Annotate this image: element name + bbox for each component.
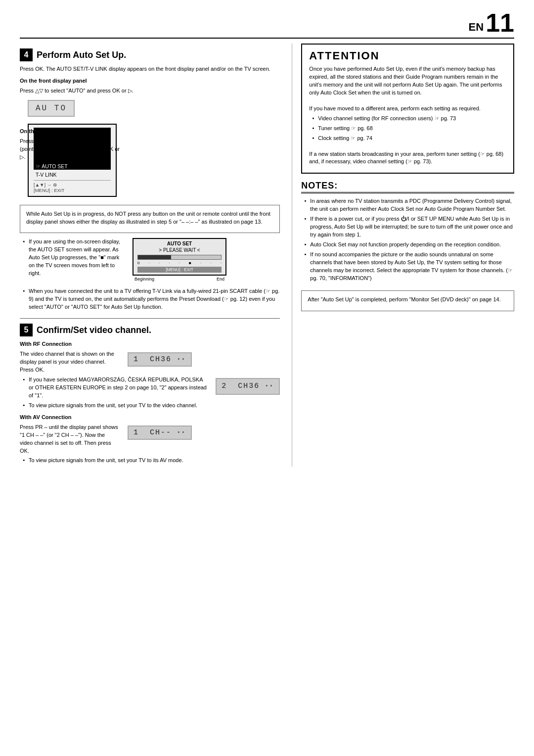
onscreen-controls-text: [▲▼] → ⊛ [34,182,111,188]
rf-section: The video channel that is shown on the d… [20,350,280,376]
menu-exit-label: [MENU] : EXIT [137,267,222,273]
rf-dot2: ⚬⚬ [265,384,274,388]
rf-bullet2: To view picture signals from the unit, s… [23,402,280,410]
after-box: After "Auto Set Up" is completed, perfor… [301,290,514,311]
note1: In areas where no TV station transmits a… [304,197,514,213]
tv-link-note: When you have connected the unit to a TV… [23,287,280,311]
onscreen-instruction: Press △▽ to move the highlight bar (poin… [20,138,124,161]
attention-text3: If a new station starts broadcasting in … [309,150,506,166]
step4-header: 4 Perform Auto Set Up. [20,48,280,61]
main-content: 4 Perform Auto Set Up. Press OK. The AUT… [20,44,514,467]
av-bullets: To view picture signals from the unit, s… [20,457,280,465]
notes-title: NOTES: [301,181,514,193]
notes-list: In areas where no TV station transmits a… [301,197,514,282]
progress-section: If you are using the on-screen display, … [20,238,280,282]
rf-bullets: 2 CH36 ⚬⚬ If you have selected MAGYARORS… [20,376,280,410]
progress-display-wrap: AUTO SET > PLEASE WAIT < 0····■··· [MENU… [133,238,226,282]
rf-display2-wrap: 2 CH36 ⚬⚬ [212,376,280,397]
progress-text: If you are using the on-screen display, … [20,238,124,280]
progress-auto-set-label: AUTO SET [137,241,222,246]
section-divider [20,318,280,319]
av-bullet: To view picture signals from the unit, s… [23,457,280,465]
progress-display-box: AUTO SET > PLEASE WAIT < 0····■··· [MENU… [133,238,226,276]
attention-title: ATTENTION [309,49,506,62]
attention-box: ATTENTION Once you have performed Auto S… [301,44,514,174]
note4: If no sound accompanies the picture or t… [304,251,514,283]
onscreen-heading: On the on-screen display [20,128,124,136]
right-column: ATTENTION Once you have performed Auto S… [292,44,514,467]
front-panel-instruction: Press △▽ to select "AUTO" and press OK o… [20,87,280,95]
step5-header: 5 Confirm/Set video channel. [20,324,280,336]
av-display-wrap: 1 CH-- ⚬⚬ [124,424,192,442]
rf-channel-display-1: 1 CH36 ⚬⚬ [128,352,192,367]
step4-intro: Press OK. The AUTO SET/T-V LINK display … [20,65,280,73]
left-column: 4 Perform Auto Set Up. Press OK. The AUT… [20,44,280,467]
onscreen-text-wrap: On the on-screen display Press △▽ to mov… [20,124,124,163]
warning-box: While Auto Set Up is in progress, do NOT… [20,205,280,234]
front-panel-heading: On the front display panel [20,77,280,85]
en-label: EN [469,18,484,36]
onscreen-controls: [▲▼] → ⊛ [MENU] : EXIT [34,180,111,193]
attention-text2: If you have moved to a different area, p… [309,105,506,113]
progress-begin-label: Beginning [134,277,154,282]
page-number: 11 [486,10,514,36]
attention-text1: Once you have performed Auto Set Up, eve… [309,65,506,97]
page-header: EN 11 [20,10,514,39]
av-heading: With AV Connection [20,414,280,422]
onscreen-section: On the on-screen display Press △▽ to mov… [20,124,280,200]
av-channel-display: 1 CH-- ⚬⚬ [128,425,192,440]
after-text: After "Auto Set Up" is completed, perfor… [308,296,508,304]
step4-title: Perform Auto Set Up. [37,50,126,60]
rf-display2-text: 2 CH36 [222,382,260,390]
warning-text: While Auto Set Up is in progress, do NOT… [26,210,273,226]
rf-heading: With RF Connection [20,340,280,348]
progress-bullet-list: If you are using the on-screen display, … [20,238,124,278]
rf-bullet1: 2 CH36 ⚬⚬ If you have selected MAGYARORS… [23,376,280,400]
onscreen-tv-link: T-V LINK [34,171,111,178]
progress-end-label: End [217,277,224,282]
onscreen-menu-exit: [MENU] : EXIT [34,188,111,193]
rf-dot1: ⚬⚬ [177,357,186,362]
progress-please-wait: > PLEASE WAIT < [137,247,222,253]
av-dot: ⚬⚬ [177,430,186,435]
rf-text: The video channel that is shown on the d… [20,350,119,374]
progress-bar-fill [138,255,171,259]
av-text: Press PR – until the display panel shows… [20,424,119,455]
attention-bullet1: Video channel setting (for RF connection… [312,115,506,123]
progress-ticks: 0····■··· [137,261,222,265]
step4-badge: 4 [20,48,33,61]
attention-bullets: Video channel setting (for RF connection… [309,115,506,142]
front-panel-display: AU TO [28,100,75,117]
rf-display1-text: 1 CH36 [134,355,172,364]
step5-badge: 5 [20,324,33,336]
attention-bullet3: Clock setting ☞ pg. 74 [312,135,506,142]
note3: Auto Clock Set may not function properly… [304,241,514,249]
note2: If there is a power cut, or if you press… [304,215,514,239]
tv-link-bullet: When you have connected the unit to a TV… [20,287,280,311]
rf-channel-display-2: 2 CH36 ⚬⚬ [216,378,280,395]
step5-title: Confirm/Set video channel. [37,325,151,335]
notes-box: NOTES: In areas where no TV station tran… [301,181,514,282]
rf-text-wrap: The video channel that is shown on the d… [20,350,119,376]
rf-display1-wrap: 1 CH36 ⚬⚬ [124,350,192,369]
attention-bullet2: Tuner setting ☞ pg. 68 [312,125,506,133]
progress-note: If you are using the on-screen display, … [23,238,124,278]
progress-labels: Beginning End [133,277,226,282]
rf-bullet1-text: If you have selected MAGYARORSZÁG, ČESKÁ… [29,377,207,398]
av-text-wrap: Press PR – until the display panel shows… [20,424,119,457]
progress-bar [137,255,222,260]
av-section: Press PR – until the display panel shows… [20,424,280,457]
rf-bullet1-wrap: 2 CH36 ⚬⚬ If you have selected MAGYARORS… [29,376,280,400]
av-display-text: 1 CH-- [134,428,172,437]
